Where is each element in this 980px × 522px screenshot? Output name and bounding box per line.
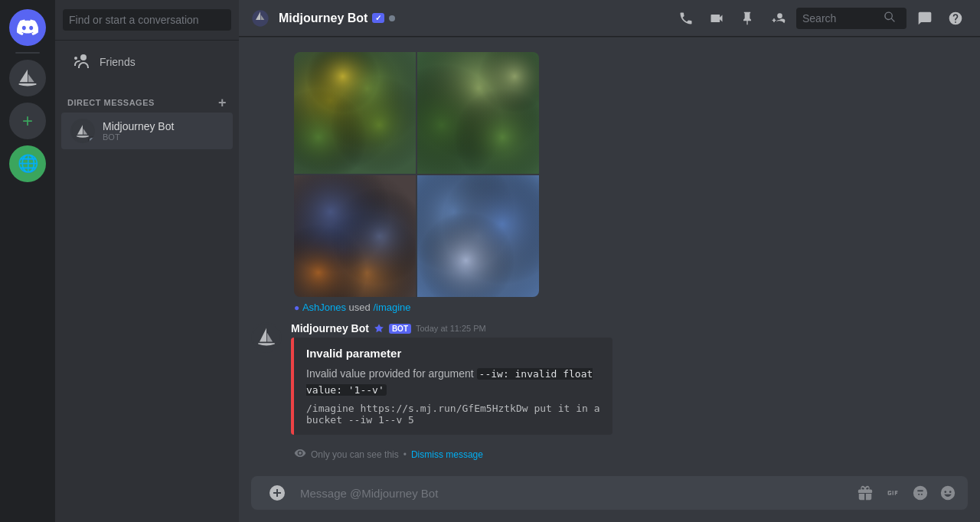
help-button[interactable]	[943, 6, 968, 31]
topbar-title: Midjourney Bot ✓	[279, 11, 395, 25]
bot-message-group: Midjourney Bot BOT Today at 11:25 PM Inv…	[239, 316, 980, 441]
error-command: /imagine https://s.mj.run/GfEm5HztkDw pu…	[306, 403, 600, 426]
channel-dm-icon	[251, 9, 270, 28]
topbar: Midjourney Bot ✓	[239, 0, 980, 37]
inbox-button[interactable]	[913, 6, 937, 31]
channel-name: Midjourney Bot	[279, 11, 368, 25]
bot-tag: BOT	[389, 324, 411, 334]
discord-home-button[interactable]	[9, 9, 46, 46]
sticker-button[interactable]	[910, 482, 931, 504]
only-you-row: Only you can see this • Dismiss message	[239, 447, 980, 462]
friends-label: Friends	[100, 56, 136, 68]
bot-message-content: Midjourney Bot BOT Today at 11:25 PM Inv…	[291, 322, 968, 435]
add-server-icon: +	[22, 110, 33, 132]
emoji-button[interactable]	[937, 482, 959, 504]
status-indicator	[389, 15, 395, 21]
error-title: Invalid parameter	[306, 347, 600, 360]
video-button[interactable]	[704, 6, 729, 31]
pin-button[interactable]	[735, 6, 760, 31]
topbar-actions	[674, 6, 968, 31]
dm-search-area	[55, 0, 239, 41]
dismiss-message-link[interactable]: Dismiss message	[411, 449, 483, 460]
bot-avatar	[251, 322, 282, 353]
server-separator	[15, 52, 40, 54]
search-input[interactable]	[63, 9, 231, 31]
search-input-topbar[interactable]	[802, 12, 879, 24]
gif-button[interactable]	[882, 482, 903, 504]
explore-icon: 🌐	[18, 154, 38, 174]
message-input-area	[239, 476, 980, 522]
midjourney-bot-avatar	[70, 119, 95, 143]
attach-button[interactable]	[260, 476, 294, 510]
dm-sidebar: Friends DIRECT MESSAGES + Midjourney Bot…	[55, 0, 239, 522]
search-icon	[884, 11, 896, 26]
search-bar[interactable]	[796, 8, 906, 29]
chat-area: ● AshJones used /imagine Midjourney Bot	[239, 37, 980, 476]
image-grid	[294, 52, 539, 297]
input-actions	[854, 482, 959, 504]
add-friend-button[interactable]	[766, 6, 790, 31]
friends-nav-item[interactable]: Friends	[61, 47, 233, 77]
direct-messages-label: DIRECT MESSAGES	[67, 98, 155, 107]
dm-section-header: DIRECT MESSAGES +	[55, 83, 239, 113]
dm-user-midjourney[interactable]: Midjourney Bot BOT	[61, 113, 233, 149]
server-icon-sailing[interactable]	[9, 60, 46, 96]
used-imagine-notice: ● AshJones used /imagine	[239, 300, 980, 315]
status-dot	[88, 136, 95, 143]
bot-name: Midjourney Bot	[291, 322, 369, 334]
phone-button[interactable]	[674, 6, 698, 31]
verified-badge: ✓	[372, 13, 384, 23]
server-sidebar: + 🌐	[0, 0, 55, 522]
dm-nav: Friends	[55, 41, 239, 83]
dm-user-name: Midjourney Bot	[103, 120, 174, 132]
friends-icon	[74, 53, 92, 71]
image-cell-tr	[417, 52, 539, 174]
only-you-text: Only you can see this	[311, 449, 399, 460]
message-timestamp: Today at 11:25 PM	[416, 324, 486, 333]
add-server-button[interactable]: +	[9, 103, 46, 139]
message-input-box	[251, 476, 968, 510]
bot-message-header: Midjourney Bot BOT Today at 11:25 PM	[291, 322, 968, 334]
username-notice: AshJones	[302, 302, 346, 313]
error-embed: Invalid parameter Invalid value provided…	[291, 338, 612, 435]
message-input[interactable]	[300, 476, 848, 510]
error-body: Invalid value provided for argument --iw…	[306, 366, 600, 398]
dot-separator: •	[403, 449, 407, 460]
action-text: used	[349, 302, 371, 313]
command-text: /imagine	[373, 302, 410, 313]
image-message-group	[239, 49, 980, 300]
add-dm-button[interactable]: +	[218, 96, 227, 109]
dm-user-tag: BOT	[103, 132, 174, 142]
only-you-icon	[294, 447, 306, 462]
dm-user-info: Midjourney Bot BOT	[103, 120, 174, 142]
server-icon-explore[interactable]: 🌐	[9, 145, 46, 182]
image-cell-br	[417, 175, 539, 297]
main-content: Midjourney Bot ✓	[239, 0, 980, 522]
gift-button[interactable]	[854, 482, 876, 504]
image-cell-bl	[294, 175, 416, 297]
image-cell-tl	[294, 52, 416, 174]
